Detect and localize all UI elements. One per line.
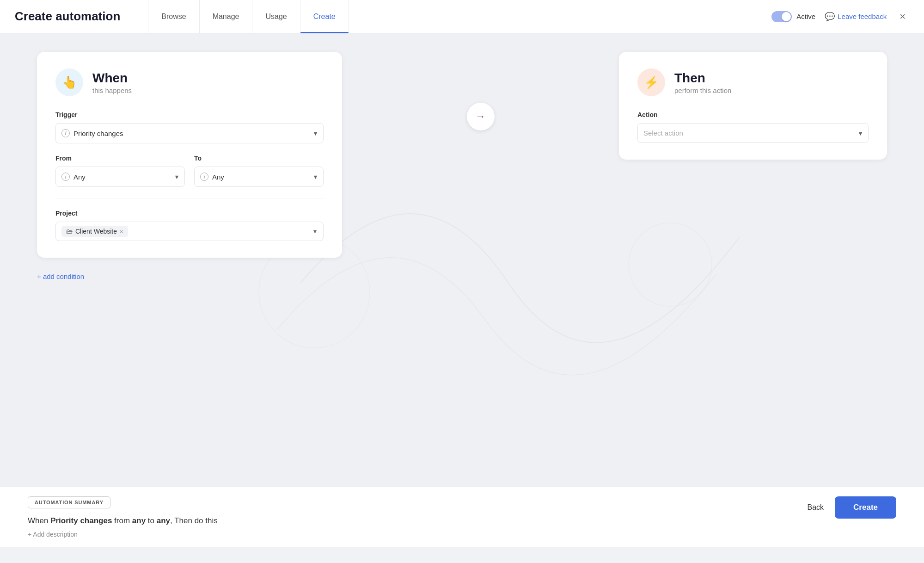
summary-to: any bbox=[157, 516, 170, 525]
to-value: Any bbox=[212, 173, 224, 181]
summary-from: any bbox=[132, 516, 146, 525]
then-card-header: ⚡ Then perform this action bbox=[637, 68, 869, 96]
middle-area: → bbox=[342, 52, 619, 237]
cards-area: 👆 When this happens Trigger i Priority c… bbox=[37, 52, 887, 258]
tab-usage[interactable]: Usage bbox=[252, 0, 300, 33]
page-title: Create automation bbox=[15, 9, 120, 24]
active-toggle[interactable] bbox=[771, 11, 792, 22]
action-section: Action Select action ▾ bbox=[637, 111, 869, 143]
summary-tab[interactable]: AUTOMATION SUMMARY bbox=[28, 496, 110, 508]
summary-trigger: Priority changes bbox=[50, 516, 112, 525]
speech-bubble-icon: 💬 bbox=[825, 12, 835, 22]
project-section: Project 🗁 Client Website × ▾ bbox=[55, 210, 324, 241]
create-button[interactable]: Create bbox=[835, 496, 896, 519]
action-label: Action bbox=[637, 111, 869, 118]
then-card: ⚡ Then perform this action Action Select… bbox=[619, 52, 887, 160]
then-icon: ⚡ bbox=[637, 68, 665, 96]
project-chevron: ▾ bbox=[313, 228, 317, 235]
from-to-row: From i Any ▾ To i Any bbox=[55, 155, 324, 187]
trigger-select-wrapper: i Priority changes ▾ bbox=[55, 123, 324, 143]
lightning-icon: ⚡ bbox=[644, 75, 659, 90]
card-divider bbox=[55, 198, 324, 198]
bottom-actions: Back Create bbox=[808, 496, 897, 519]
tab-browse[interactable]: Browse bbox=[148, 0, 199, 33]
summary-to-prefix: to bbox=[146, 516, 157, 525]
add-condition-button[interactable]: + add condition bbox=[37, 272, 84, 280]
add-description-button[interactable]: + Add description bbox=[28, 531, 218, 538]
toggle-label: Active bbox=[796, 12, 815, 20]
arrow-right-icon: → bbox=[476, 111, 486, 123]
trigger-label: Trigger bbox=[55, 111, 324, 118]
tab-create[interactable]: Create bbox=[300, 0, 349, 33]
project-tag-close[interactable]: × bbox=[120, 228, 123, 235]
add-condition-area: + add condition bbox=[37, 265, 887, 290]
back-button[interactable]: Back bbox=[808, 503, 824, 512]
action-select-wrapper: Select action ▾ bbox=[637, 123, 869, 143]
when-icon: 👆 bbox=[55, 68, 83, 96]
when-header-text: When this happens bbox=[92, 71, 132, 94]
summary-from-prefix: from bbox=[112, 516, 132, 525]
to-select-wrapper: i Any ▾ bbox=[194, 167, 324, 187]
arrow-connector: → bbox=[467, 103, 495, 130]
to-label: To bbox=[194, 155, 324, 162]
bottom-left: AUTOMATION SUMMARY When Priority changes… bbox=[28, 496, 218, 538]
from-info-icon: i bbox=[61, 173, 70, 181]
when-card-header: 👆 When this happens bbox=[55, 68, 324, 96]
when-card: 👆 When this happens Trigger i Priority c… bbox=[37, 52, 342, 258]
toggle-knob bbox=[782, 12, 791, 21]
summary-prefix: When bbox=[28, 516, 50, 525]
trigger-info-icon: i bbox=[61, 129, 70, 137]
to-select[interactable]: i Any bbox=[194, 167, 324, 187]
project-select[interactable]: 🗁 Client Website × ▾ bbox=[55, 222, 324, 241]
project-label: Project bbox=[55, 210, 324, 217]
trigger-section: Trigger i Priority changes ▾ bbox=[55, 111, 324, 143]
to-field-group: To i Any ▾ bbox=[194, 155, 324, 187]
folder-icon: 🗁 bbox=[66, 228, 73, 235]
action-select[interactable]: Select action bbox=[637, 123, 869, 143]
to-info-icon: i bbox=[200, 173, 208, 181]
from-value: Any bbox=[73, 173, 86, 181]
trigger-select[interactable]: i Priority changes bbox=[55, 123, 324, 143]
from-select[interactable]: i Any bbox=[55, 167, 185, 187]
from-label: From bbox=[55, 155, 185, 162]
nav-tabs: Browse Manage Usage Create bbox=[148, 0, 349, 33]
trigger-value: Priority changes bbox=[73, 130, 123, 137]
then-header-text: Then perform this action bbox=[674, 71, 731, 94]
tab-manage[interactable]: Manage bbox=[200, 0, 253, 33]
project-tag-name: Client Website bbox=[75, 228, 117, 235]
active-toggle-container: Active bbox=[771, 11, 815, 22]
header: Create automation Browse Manage Usage Cr… bbox=[0, 0, 924, 33]
from-field-group: From i Any ▾ bbox=[55, 155, 185, 187]
leave-feedback-button[interactable]: 💬 Leave feedback bbox=[825, 12, 887, 22]
summary-suffix: , Then do this bbox=[170, 516, 218, 525]
project-tag: 🗁 Client Website × bbox=[61, 226, 128, 237]
from-select-wrapper: i Any ▾ bbox=[55, 167, 185, 187]
summary-text: When Priority changes from any to any, T… bbox=[28, 515, 218, 527]
hand-icon: 👆 bbox=[62, 75, 77, 90]
action-placeholder: Select action bbox=[643, 129, 683, 137]
close-button[interactable]: × bbox=[896, 9, 909, 25]
bottom-bar: AUTOMATION SUMMARY When Priority changes… bbox=[0, 487, 924, 547]
header-right: Active 💬 Leave feedback × bbox=[771, 9, 909, 25]
